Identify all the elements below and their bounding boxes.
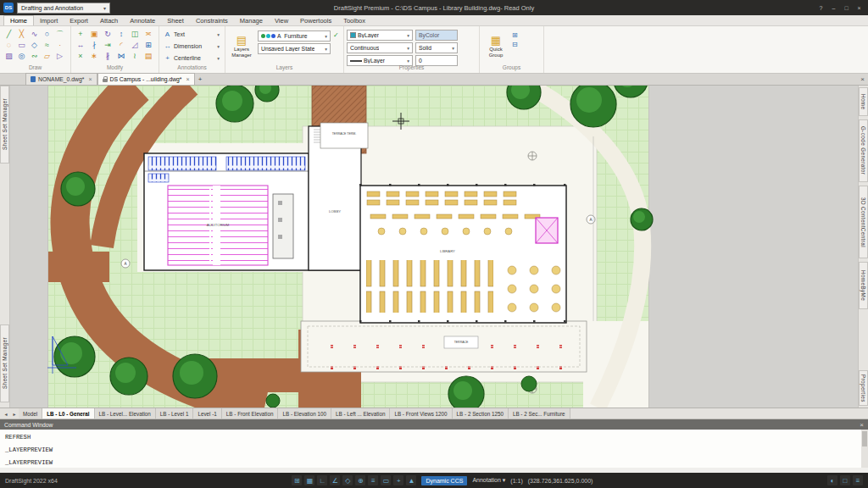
drawing-canvas[interactable]: TERRACE AUDITORIUM (10, 86, 858, 408)
circle-icon[interactable]: ○ (45, 30, 49, 38)
sheet-tab[interactable]: LB - L0 - General (42, 408, 94, 419)
panel-tab-homebyme[interactable]: HomeByMe (859, 262, 868, 309)
sheet-tab[interactable]: LB - Level... Elevation (95, 408, 156, 419)
tab-manage[interactable]: Manage (234, 15, 269, 25)
weld-icon[interactable]: ⋈ (118, 53, 125, 60)
quick-group-button[interactable]: ▦ Quick Group (482, 29, 509, 64)
close-tab-icon[interactable]: × (186, 76, 190, 82)
rotate-icon[interactable]: ↻ (104, 30, 111, 38)
annotation-visibility-icon[interactable]: ▲ (406, 475, 416, 485)
tab-constraints[interactable]: Constraints (190, 15, 234, 25)
sheet-tab[interactable]: LB - Front Elevation (222, 408, 279, 419)
tab-home[interactable]: Home (3, 15, 34, 25)
sheet-tab[interactable]: LB - Left ... Elevation (331, 408, 390, 419)
sheet-tab[interactable]: LB - Elevation 100 (278, 408, 331, 419)
maximize-icon[interactable]: □ (841, 3, 852, 13)
sheet-nav-right-icon[interactable]: ▸ (10, 411, 19, 417)
explode-icon[interactable]: ∗ (91, 53, 97, 60)
arc-icon[interactable]: ⌒ (56, 30, 64, 38)
pattern-icon[interactable]: ⊞ (145, 42, 152, 49)
line-color-combo[interactable]: ByLayer▾ (347, 30, 413, 41)
crosshair-icon[interactable]: + (393, 475, 403, 485)
entity-snap-icon[interactable]: ◇ (342, 475, 353, 485)
power-trim-icon[interactable]: ⇥ (104, 42, 111, 49)
sheet-set-manager-tab[interactable]: Sheet Set Manager (0, 86, 9, 164)
text-tool[interactable]: A Text ▾ (162, 29, 221, 40)
polyline-icon[interactable]: ∿ (31, 30, 38, 38)
new-document-tab-button[interactable]: + (195, 73, 206, 85)
tab-view[interactable]: View (269, 15, 294, 25)
tab-export[interactable]: Export (64, 15, 94, 25)
copy-icon[interactable]: ▣ (91, 30, 98, 38)
command-window[interactable]: Command Window × REFRESH_LAYERPREVIEW_LA… (0, 419, 868, 468)
tab-toolbox[interactable]: Toolbox (337, 15, 371, 25)
document-tab-active[interactable]: DS Campus - ...uilding.dwg* × (97, 73, 195, 85)
sheet-tab[interactable]: LB - Front Views 1200 (390, 408, 452, 419)
ring-icon[interactable]: ◎ (19, 53, 25, 60)
print-area-icon[interactable]: ▭ (381, 475, 391, 485)
lineweight-icon[interactable]: ≡ (368, 475, 378, 485)
sheet-tab[interactable]: Level -1 (193, 408, 221, 419)
edit-group-icon[interactable]: ⊞ (512, 31, 518, 39)
fillet-icon[interactable]: ◜ (120, 42, 123, 49)
cloud-icon[interactable]: ∾ (31, 53, 38, 60)
isolate-entities-icon[interactable]: ◐ (827, 475, 837, 485)
sheet-tab[interactable]: LB - Level 1 (156, 408, 194, 419)
hatch-icon[interactable]: ▨ (5, 53, 13, 60)
construction-line-icon[interactable]: ╳ (19, 30, 24, 38)
document-tab-noname[interactable]: NONAME_0.dwg* × (25, 73, 97, 85)
panel-tab-properties[interactable]: Properties (859, 370, 868, 406)
tab-sheet[interactable]: Sheet (161, 15, 190, 25)
help-icon[interactable]: ? (815, 3, 826, 13)
ortho-icon[interactable]: ∟ (317, 475, 327, 485)
entity-track-icon[interactable]: ⊕ (355, 475, 365, 485)
properties-painter-icon[interactable]: ▤ (145, 53, 153, 60)
sketch-icon[interactable]: ▷ (57, 53, 63, 60)
panel-tab-3d-contentcentral[interactable]: 3D ContentCentral (859, 186, 868, 258)
extend-icon[interactable]: ↔ (77, 42, 85, 49)
annotation-scale-dropdown[interactable]: Annotation ▾ (472, 477, 505, 484)
active-layer-combo[interactable]: A_Furniture ▾ (258, 30, 331, 42)
tab-attach[interactable]: Attach (94, 15, 124, 25)
trim-icon[interactable]: ∤ (92, 42, 97, 49)
close-icon[interactable]: × (854, 3, 865, 13)
chamfer-icon[interactable]: ◿ (132, 42, 138, 49)
move-icon[interactable]: + (78, 30, 82, 38)
tab-annotate[interactable]: Annotate (124, 15, 161, 25)
dynamic-ccs-badge[interactable]: Dynamic CCS (421, 476, 467, 485)
grid-icon[interactable]: ▦ (304, 475, 314, 485)
point-icon[interactable]: ∙ (58, 42, 61, 49)
sheet-tab[interactable]: Model (19, 408, 42, 419)
ellipse-icon[interactable]: ◌ (7, 42, 11, 49)
polygon-icon[interactable]: ◇ (31, 42, 37, 49)
layers-manager-button[interactable]: ▤ Layers Manager (228, 29, 255, 64)
close-icon[interactable]: × (860, 421, 864, 429)
lengthen-icon[interactable]: ≀ (133, 53, 136, 60)
dimension-tool[interactable]: ↔ Dimension ▾ (162, 41, 221, 52)
status-menu-icon[interactable]: ≡ (853, 475, 863, 485)
workspace-selector[interactable]: Drafting and Annotation ▾ (17, 3, 110, 14)
layer-state-combo[interactable]: Unsaved Layer State ▾ (258, 43, 331, 54)
command-scrollbar[interactable] (861, 430, 868, 468)
linestyle-combo[interactable]: Continuous▾ (347, 42, 413, 53)
spline-icon[interactable]: ≈ (45, 42, 49, 49)
stretch-icon[interactable]: ↕ (120, 30, 124, 38)
minimize-icon[interactable]: – (828, 3, 839, 13)
panel-tab-home[interactable]: Home (859, 87, 868, 116)
polar-icon[interactable]: ∠ (330, 475, 340, 485)
tab-import[interactable]: Import (34, 15, 64, 25)
snap-icon[interactable]: ⊞ (292, 475, 302, 485)
bycolor-field[interactable]: ByColor (415, 30, 458, 41)
sheet-tab[interactable]: LB - 2 Section 1250 (453, 408, 509, 419)
mirror-icon[interactable]: ◫ (131, 30, 139, 38)
delete-icon[interactable]: × (78, 53, 82, 60)
sheet-set-manager-tab-2[interactable]: Sheet Set Manager (0, 324, 9, 402)
panel-tab-gcode-generator[interactable]: G-code Generator (859, 119, 868, 182)
offset-icon[interactable]: ≍ (145, 30, 152, 38)
sheet-nav-left-icon[interactable]: ◂ (2, 411, 10, 417)
centerline-tool[interactable]: + Centerline ▾ (162, 53, 221, 64)
clean-screen-icon[interactable]: □ (840, 475, 850, 485)
ungroup-icon[interactable]: ⊟ (512, 41, 518, 48)
tab-powertools[interactable]: Powertools (294, 15, 337, 25)
sheet-tab[interactable]: LB - 2 Sec... Furniture (509, 408, 570, 419)
